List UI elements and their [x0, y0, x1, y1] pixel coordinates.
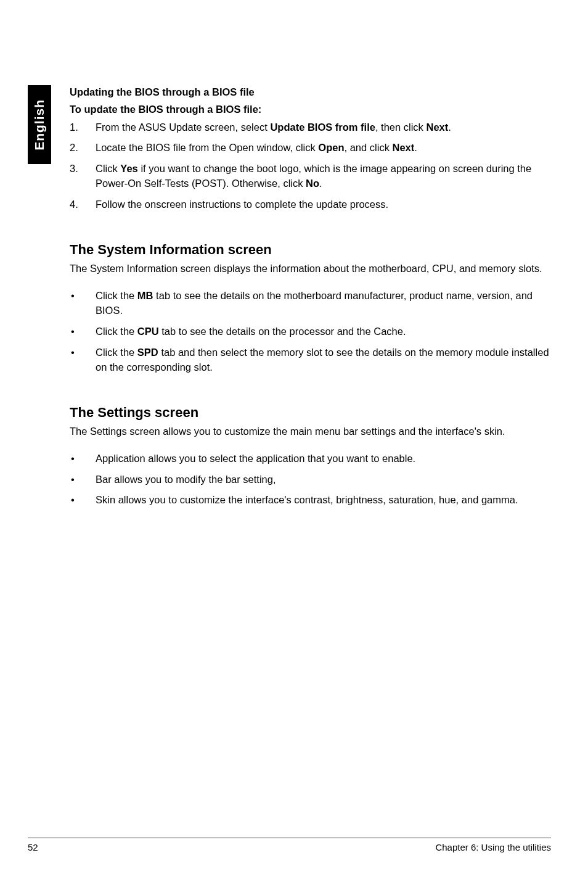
language-tab: English — [28, 85, 51, 164]
text-bold: Next — [392, 142, 414, 153]
step-body: Click Yes if you want to change the boot… — [96, 162, 550, 191]
chapter-label: Chapter 6: Using the utilities — [435, 842, 551, 852]
bullet-dot: • — [70, 493, 96, 508]
bullet-dot: • — [70, 345, 96, 375]
text-bold: MB — [137, 290, 153, 301]
page-footer: 52 Chapter 6: Using the utilities — [28, 838, 551, 852]
text: . — [448, 122, 451, 133]
sysinfo-bullets: • Click the MB tab to see the details on… — [70, 289, 550, 375]
bullet-dot: • — [70, 289, 96, 318]
text: . — [319, 178, 322, 189]
list-item: • Click the MB tab to see the details on… — [70, 289, 550, 318]
list-item: 1. From the ASUS Update screen, select U… — [70, 120, 550, 135]
settings-bullets: • Application allows you to select the a… — [70, 452, 550, 508]
text-bold: No — [306, 178, 319, 189]
update-bios-heading-1: Updating the BIOS through a BIOS file — [70, 85, 550, 99]
settings-title: The Settings screen — [70, 405, 550, 421]
text: Click the — [96, 347, 137, 358]
step-number: 3. — [70, 162, 96, 191]
text: tab to see the details on the motherboar… — [96, 290, 533, 316]
step-body: From the ASUS Update screen, select Upda… — [96, 120, 550, 135]
update-bios-heading-2: To update the BIOS through a BIOS file: — [70, 102, 550, 116]
list-item: • Skin allows you to customize the inter… — [70, 493, 550, 508]
text-bold: Open — [318, 142, 344, 153]
bullet-body: Bar allows you to modify the bar setting… — [96, 472, 550, 487]
text: Click the — [96, 326, 137, 337]
bullet-dot: • — [70, 324, 96, 339]
text-bold: SPD — [137, 347, 158, 358]
list-item: • Click the SPD tab and then select the … — [70, 345, 550, 375]
bullet-dot: • — [70, 452, 96, 466]
step-number: 1. — [70, 120, 96, 135]
language-tab-label: English — [32, 99, 47, 151]
sysinfo-title: The System Information screen — [70, 242, 550, 258]
list-item: • Application allows you to select the a… — [70, 452, 550, 466]
text: . — [414, 142, 417, 153]
bullet-dot: • — [70, 472, 96, 487]
text: tab and then select the memory slot to s… — [96, 347, 549, 373]
text: , and click — [345, 142, 393, 153]
bullet-body: Click the MB tab to see the details on t… — [96, 289, 550, 318]
page-content: Updating the BIOS through a BIOS file To… — [70, 85, 550, 514]
step-number: 4. — [70, 197, 96, 212]
step-number: 2. — [70, 141, 96, 155]
text-bold: CPU — [137, 326, 159, 337]
text: tab to see the details on the processor … — [159, 326, 406, 337]
bullet-body: Skin allows you to customize the interfa… — [96, 493, 550, 508]
step-body: Locate the BIOS file from the Open windo… — [96, 141, 550, 155]
text: , then click — [375, 122, 427, 133]
settings-para: The Settings screen allows you to custom… — [70, 424, 550, 439]
text: Click — [96, 163, 120, 174]
text-bold: Update BIOS from file — [270, 122, 375, 133]
sysinfo-para: The System Information screen displays t… — [70, 262, 550, 276]
list-item: 2. Locate the BIOS file from the Open wi… — [70, 141, 550, 155]
text: Click the — [96, 290, 137, 301]
bullet-body: Click the CPU tab to see the details on … — [96, 324, 550, 339]
text: From the ASUS Update screen, select — [96, 122, 270, 133]
page-number: 52 — [28, 842, 38, 852]
bullet-body: Click the SPD tab and then select the me… — [96, 345, 550, 375]
text-bold: Next — [426, 122, 448, 133]
list-item: • Click the CPU tab to see the details o… — [70, 324, 550, 339]
list-item: 3. Click Yes if you want to change the b… — [70, 162, 550, 191]
list-item: • Bar allows you to modify the bar setti… — [70, 472, 550, 487]
text: Locate the BIOS file from the Open windo… — [96, 142, 318, 153]
bullet-body: Application allows you to select the app… — [96, 452, 550, 466]
update-bios-steps: 1. From the ASUS Update screen, select U… — [70, 120, 550, 213]
step-body: Follow the onscreen instructions to comp… — [96, 197, 550, 212]
text-bold: Yes — [120, 163, 137, 174]
list-item: 4. Follow the onscreen instructions to c… — [70, 197, 550, 212]
